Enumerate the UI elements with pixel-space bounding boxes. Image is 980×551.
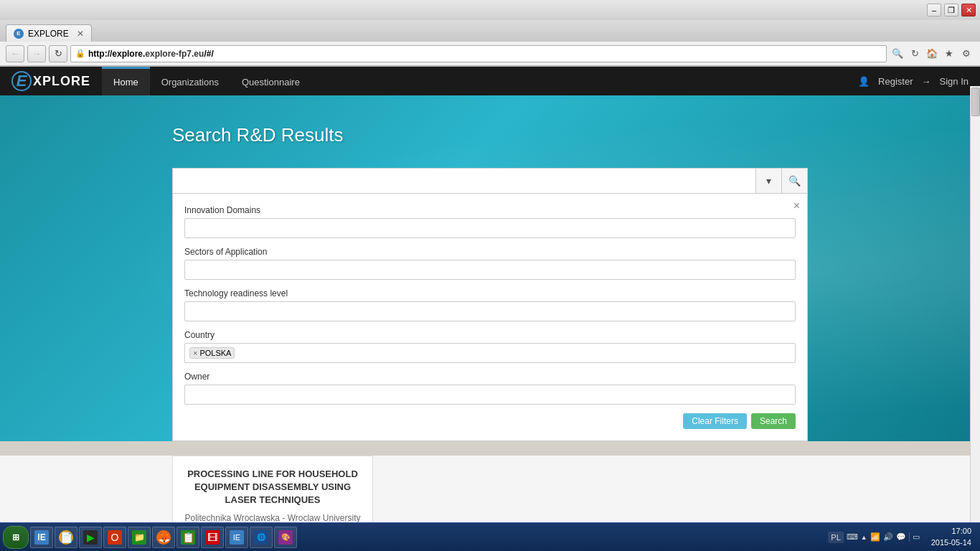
register-icon: 👤: [858, 76, 870, 87]
sectors-input[interactable]: [184, 260, 796, 280]
taskbar: ⊞ IE 📄 ▶ O 📁 🦊 📋 🎞 IE 🌐 🎨 PL ⌨ ▲ 📶 🔊: [0, 522, 980, 551]
home-addr-icon[interactable]: 🏠: [924, 46, 940, 62]
show-desktop-icon[interactable]: ▭: [909, 532, 920, 542]
title-bar: – ❐ ✕: [0, 0, 980, 20]
logo: E XPLORE: [0, 71, 102, 91]
notification-icon: 💬: [896, 532, 906, 542]
tech-readiness-label: Technology readiness level: [184, 288, 796, 298]
hero-section: Search R&D Results ▾ 🔍 × Innovation Doma…: [0, 95, 980, 441]
clock-time: 17:00: [931, 526, 971, 537]
logo-icon: E: [11, 71, 32, 91]
keyboard-icon: ⌨: [847, 532, 858, 542]
taskbar-icon-1: IE: [34, 530, 49, 545]
security-icon: 🔒: [75, 49, 85, 58]
nav-links: Home Organizations Questionnaire: [102, 67, 311, 95]
back-button[interactable]: ←: [6, 45, 24, 62]
taskbar-icon-10: 🌐: [254, 530, 268, 545]
taskbar-icon-3: ▶: [83, 530, 98, 545]
owner-group: Owner: [184, 372, 796, 405]
taskbar-item-7[interactable]: 📋: [176, 527, 199, 548]
country-label: Country: [184, 330, 796, 340]
logo-text: XPLORE: [33, 74, 90, 89]
favorites-icon[interactable]: ★: [941, 46, 957, 62]
dropdown-toggle-button[interactable]: ▾: [755, 169, 781, 193]
tab-favicon: E: [14, 29, 24, 39]
tab-close-icon[interactable]: ✕: [77, 29, 84, 39]
taskbar-icon-9: IE: [230, 530, 244, 545]
filter-close-button[interactable]: ×: [793, 199, 800, 212]
filter-actions: Clear Filters Search: [184, 413, 796, 429]
taskbar-sys-icons: PL ⌨ ▲ 📶 🔊 💬 ▭: [828, 532, 919, 543]
signin-link[interactable]: Sign In: [940, 76, 969, 87]
tabs-bar: E EXPLORE ✕: [0, 20, 980, 42]
country-tag-remove[interactable]: ×: [193, 349, 197, 357]
search-submit-button[interactable]: 🔍: [781, 169, 807, 193]
clock-date: 2015-05-14: [931, 537, 971, 548]
sectors-group: Sectors of Application: [184, 247, 796, 280]
taskbar-item-3[interactable]: ▶: [79, 527, 102, 548]
nav-organizations[interactable]: Organizations: [150, 67, 230, 95]
tech-readiness-group: Technology readiness level: [184, 288, 796, 321]
owner-input[interactable]: [184, 385, 796, 405]
tab-label: EXPLORE: [28, 29, 69, 39]
taskbar-icon-4: O: [108, 530, 122, 545]
forward-button[interactable]: →: [27, 45, 46, 62]
url-bar[interactable]: 🔒 http://explore.explore-fp7.eu/#/: [70, 45, 887, 62]
network-icon: 📶: [870, 532, 880, 542]
main-search-input[interactable]: [173, 169, 755, 193]
nav-questionnaire[interactable]: Questionnaire: [230, 67, 311, 95]
refresh-button[interactable]: ↻: [49, 45, 67, 62]
taskbar-icon-2: 📄: [59, 530, 73, 545]
close-button[interactable]: ✕: [961, 4, 976, 17]
signin-icon: →: [922, 76, 931, 87]
country-tag-label: POLSKA: [199, 349, 231, 357]
search-area: ▾ 🔍 × Innovation Domains Sectors of Appl…: [0, 154, 980, 441]
browser-tab[interactable]: E EXPLORE ✕: [6, 24, 92, 42]
volume-icon: 🔊: [883, 532, 893, 542]
innovation-domains-input[interactable]: [184, 218, 796, 238]
taskbar-item-1[interactable]: IE: [30, 527, 53, 548]
minimize-button[interactable]: –: [927, 4, 941, 17]
taskbar-item-6[interactable]: 🦊: [152, 527, 175, 548]
taskbar-item-10[interactable]: 🌐: [250, 527, 273, 548]
url-text: http://explore.explore-fp7.eu/#/: [88, 49, 214, 59]
innovation-domains-label: Innovation Domains: [184, 205, 796, 215]
tools-icon[interactable]: ⚙: [958, 46, 974, 62]
filter-search-button[interactable]: Search: [751, 413, 796, 429]
taskbar-right: PL ⌨ ▲ 📶 🔊 💬 ▭ 17:00 2015-05-14: [828, 526, 977, 548]
nav-home[interactable]: Home: [102, 67, 150, 95]
lang-indicator: PL: [828, 532, 843, 543]
country-group: Country × POLSKA: [184, 330, 796, 363]
taskbar-clock: 17:00 2015-05-14: [925, 526, 977, 548]
app-navbar: E XPLORE Home Organizations Questionnair…: [0, 67, 980, 95]
taskbar-item-4[interactable]: O: [103, 527, 126, 548]
taskbar-icon-11: 🎨: [278, 530, 293, 545]
restore-button[interactable]: ❐: [944, 4, 958, 17]
country-tag-input[interactable]: × POLSKA: [184, 343, 796, 363]
taskbar-item-8[interactable]: 🎞: [201, 527, 224, 548]
refresh-addr-icon[interactable]: ↻: [907, 46, 923, 62]
scrollbar-thumb[interactable]: [971, 88, 980, 116]
taskbar-icon-8: 🎞: [205, 530, 220, 545]
taskbar-icon-5: 📁: [132, 530, 146, 545]
taskbar-item-11[interactable]: 🎨: [274, 527, 297, 548]
nav-right: 👤 Register → Sign In: [847, 76, 980, 87]
taskbar-icon-6: 🦊: [156, 530, 171, 545]
owner-label: Owner: [184, 372, 796, 382]
register-link[interactable]: Register: [878, 76, 913, 87]
taskbar-item-5[interactable]: 📁: [128, 527, 151, 548]
hero-title: Search R&D Results: [0, 117, 980, 154]
start-button[interactable]: ⊞: [3, 526, 29, 549]
search-suggestions-icon[interactable]: 🔍: [890, 46, 905, 62]
search-box-row: ▾ 🔍: [172, 168, 808, 194]
sectors-label: Sectors of Application: [184, 247, 796, 257]
country-tag: × POLSKA: [189, 347, 235, 359]
clear-filters-button[interactable]: Clear Filters: [683, 413, 747, 429]
arrow-icon[interactable]: ▲: [861, 534, 867, 541]
tech-readiness-input[interactable]: [184, 301, 796, 321]
taskbar-item-9[interactable]: IE: [225, 527, 248, 548]
innovation-domains-group: Innovation Domains: [184, 205, 796, 238]
address-bar: ← → ↻ 🔒 http://explore.explore-fp7.eu/#/…: [0, 42, 980, 66]
taskbar-icon-7: 📋: [181, 530, 195, 545]
taskbar-item-2[interactable]: 📄: [55, 527, 77, 548]
